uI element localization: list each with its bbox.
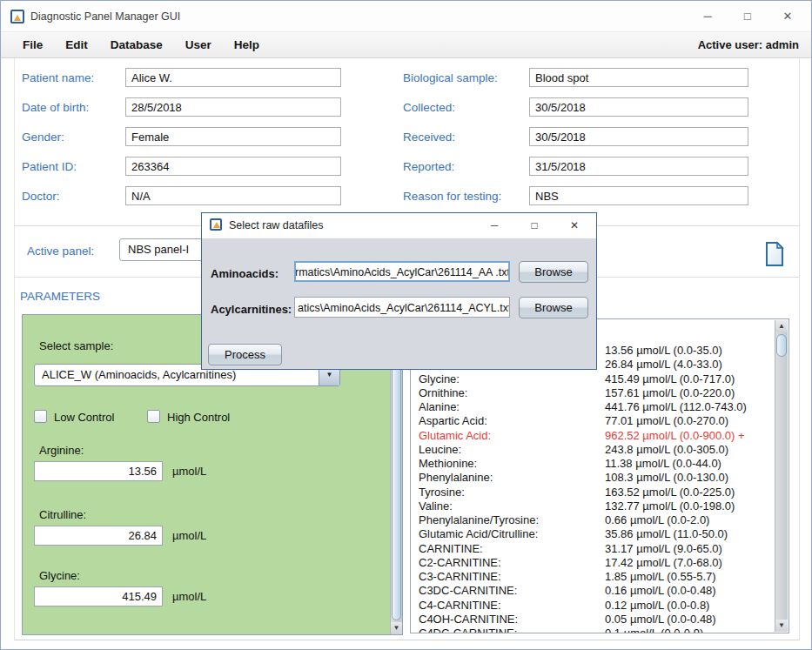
java-app-icon	[210, 218, 222, 231]
result-value: 17.42 µmol/L (7.0-68.0)	[605, 556, 722, 570]
gender-label: Gender:	[22, 131, 64, 144]
result-analyte-label: Glutamic Acid/Citrulline:	[419, 527, 605, 541]
scrollbar-thumb[interactable]	[392, 328, 401, 620]
scrollbar-thumb[interactable]	[776, 334, 787, 357]
browse-acylcarnitines-button[interactable]: Browse	[519, 297, 588, 318]
result-value: 0.1 µmol/L (0.0-0.9)	[605, 627, 703, 633]
result-analyte-label: Glutamic Acid:	[419, 429, 605, 443]
glycine-input[interactable]	[34, 586, 163, 606]
maximize-icon[interactable]: □	[514, 213, 554, 238]
result-analyte-label: Leucine:	[419, 443, 605, 457]
close-icon[interactable]: ✕	[768, 1, 808, 32]
arginine-label: Arginine:	[39, 444, 84, 457]
reason-for-testing-label: Reason for testing:	[403, 190, 501, 203]
reason-for-testing-input[interactable]	[529, 186, 748, 205]
result-value: 108.3 µmol/L (0.0-130.0)	[605, 471, 728, 485]
dialog-titlebar: Select raw datafiles ─ □ ✕	[202, 213, 596, 238]
menubar: File Edit Database User Help Active user…	[1, 32, 811, 58]
scroll-down-icon[interactable]: ▼	[775, 620, 788, 632]
result-row: Ornithine:157.61 µmol/L (0.0-220.0)	[419, 386, 769, 400]
aminoacids-label: Aminoacids:	[211, 267, 278, 280]
window-title: Diagnostic Panel Manager GUI	[30, 10, 180, 23]
result-value: 132.77 µmol/L (0.0-198.0)	[605, 499, 735, 513]
citrulline-input[interactable]	[34, 526, 163, 546]
result-value: 11.38 µmol/L (0.0-44.0)	[605, 457, 721, 471]
browse-aminoacids-button[interactable]: Browse	[519, 261, 588, 283]
results-scrollbar[interactable]: ▲ ▼	[775, 320, 788, 632]
result-value: 962.52 µmol/L (0.0-900.0) +	[605, 429, 745, 443]
result-value: 26.84 µmol/L (4.0-33.0)	[605, 358, 722, 372]
scroll-up-icon[interactable]: ▲	[775, 320, 788, 332]
result-analyte-label: C4-CARNITINE:	[419, 599, 605, 613]
glycine-label: Glycine:	[39, 569, 80, 582]
result-analyte-label: Tyrosine:	[419, 486, 605, 499]
result-analyte-label: C3DC-CARNITINE:	[419, 584, 605, 598]
patient-name-input[interactable]	[125, 68, 341, 87]
result-analyte-label: C3-CARNITINE:	[419, 570, 605, 584]
scroll-down-icon[interactable]: ▼	[391, 622, 402, 634]
low-control-checkbox[interactable]	[34, 410, 47, 423]
result-row: Phenylalanine/Tyrosine:0.66 µmol/L (0.0-…	[419, 513, 769, 527]
aminoacids-path-input[interactable]: rmatics\AminoAcids_AcylCar\261114_AA .tx…	[294, 261, 510, 282]
result-row: Alanine:441.76 µmol/L (112.0-743.0)	[419, 400, 769, 414]
minimize-icon[interactable]: ─	[474, 213, 514, 238]
result-analyte-label: C4OH-CARNITINE:	[419, 613, 605, 627]
reported-label: Reported:	[403, 160, 454, 173]
process-button[interactable]: Process	[208, 344, 282, 365]
result-analyte-label: Aspartic Acid:	[419, 414, 605, 428]
doctor-input[interactable]	[125, 186, 341, 205]
received-input[interactable]	[529, 127, 748, 146]
menu-user[interactable]: User	[174, 32, 223, 57]
new-report-icon[interactable]	[764, 241, 785, 267]
java-app-icon	[10, 10, 24, 23]
maximize-icon[interactable]: □	[728, 1, 768, 32]
result-value: 77.01 µmol/L (0.0-270.0)	[605, 414, 728, 428]
result-analyte-label: Phenylalanine/Tyrosine:	[419, 513, 605, 527]
result-value: 157.61 µmol/L (0.0-220.0)	[605, 386, 735, 400]
result-analyte-label: Alanine:	[419, 400, 605, 414]
patient-id-label: Patient ID:	[22, 160, 77, 173]
high-control-label: High Control	[167, 411, 230, 424]
result-row: CARNITINE:31.17 µmol/L (9.0-65.0)	[419, 542, 769, 556]
menu-edit[interactable]: Edit	[54, 32, 99, 57]
result-value: 0.12 µmol/L (0.0-0.8)	[605, 599, 709, 613]
arginine-input[interactable]	[34, 461, 163, 481]
patient-id-input[interactable]	[125, 157, 341, 176]
result-value: 35.86 µmol/L (11.0-50.0)	[605, 527, 728, 541]
arginine-unit: µmol/L	[172, 465, 206, 478]
date-of-birth-label: Date of birth:	[22, 101, 89, 114]
close-icon[interactable]: ✕	[554, 213, 594, 238]
result-row: Tyrosine:163.52 µmol/L (0.0-225.0)	[419, 486, 769, 499]
gender-input[interactable]	[125, 127, 341, 146]
result-analyte-label: Phenylalanine:	[419, 471, 605, 485]
menu-file[interactable]: File	[11, 32, 54, 57]
acylcarnitines-path-input[interactable]: atics\AminoAcids_AcylCar\261114_ACYL.txt	[294, 297, 510, 318]
sample-combobox-value: ALICE_W (Aminoacids, Acylcarnitines)	[42, 368, 236, 381]
citrulline-unit: µmol/L	[172, 529, 206, 542]
result-value: 0.16 µmol/L (0.0-0.48)	[605, 584, 716, 598]
result-row: Leucine:243.8 µmol/L (0.0-305.0)	[419, 443, 769, 457]
menu-help[interactable]: Help	[223, 32, 271, 57]
result-row: Aspartic Acid:77.01 µmol/L (0.0-270.0)	[419, 414, 769, 428]
citrulline-label: Citrulline:	[39, 508, 86, 521]
high-control-checkbox[interactable]	[147, 410, 160, 423]
biological-sample-label: Biological sample:	[403, 71, 498, 84]
titlebar: Diagnostic Panel Manager GUI ─ □ ✕	[1, 1, 811, 32]
result-row: Glycine:415.49 µmol/L (0.0-717.0)	[419, 372, 769, 386]
select-raw-datafiles-dialog: Select raw datafiles ─ □ ✕ Aminoacids: r…	[201, 212, 597, 370]
patient-name-label: Patient name:	[22, 71, 94, 84]
collected-input[interactable]	[529, 97, 748, 117]
collected-label: Collected:	[403, 101, 455, 114]
menu-database[interactable]: Database	[99, 32, 174, 57]
result-row: Valine:132.77 µmol/L (0.0-198.0)	[419, 499, 769, 513]
active-panel-label: Active panel:	[27, 245, 94, 258]
date-of-birth-input[interactable]	[125, 97, 341, 117]
minimize-icon[interactable]: ─	[688, 1, 728, 32]
parameters-heading: PARAMETERS	[20, 290, 100, 303]
result-analyte-label: CARNITINE:	[419, 542, 605, 556]
biological-sample-input[interactable]	[529, 68, 748, 87]
result-row: C2-CARNITINE:17.42 µmol/L (7.0-68.0)	[419, 556, 769, 570]
doctor-label: Doctor:	[22, 190, 60, 203]
reported-input[interactable]	[529, 157, 748, 176]
result-row: Glutamic Acid/Citrulline:35.86 µmol/L (1…	[419, 527, 769, 541]
